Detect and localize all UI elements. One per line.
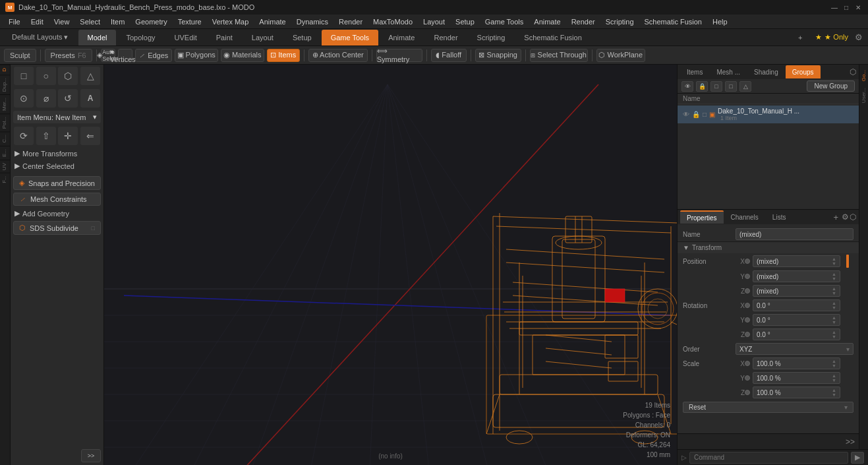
ring-tool[interactable]: ⌀ [36, 89, 56, 108]
scale-z-dot[interactable] [745, 390, 750, 395]
snapping-button[interactable]: ⊠ Snapping [475, 49, 521, 62]
scale-x-arrows[interactable]: ▲ ▼ [832, 359, 836, 368]
scale-x-dot[interactable] [745, 361, 750, 366]
rot-x-arrows[interactable]: ▲ ▼ [832, 301, 836, 310]
left-vtab-f[interactable]: F... [0, 173, 10, 186]
lock-button[interactable]: 🔒 [696, 81, 708, 92]
visibility-button[interactable]: 👁 [681, 81, 693, 92]
menu-select[interactable]: Select [75, 16, 105, 27]
more-transforms[interactable]: ▶ More Transforms [11, 147, 103, 160]
tab-scripting[interactable]: Scripting [468, 30, 515, 46]
maximize-button[interactable]: □ [842, 3, 851, 12]
scale-z-arrows[interactable]: ▲ ▼ [832, 388, 836, 397]
layer-btn2[interactable]: □ [725, 81, 737, 92]
presets-button[interactable]: Presets F6 [45, 49, 92, 62]
move-transform[interactable]: ✛ [58, 127, 78, 145]
pos-y-dot[interactable] [745, 274, 750, 279]
menu-setup[interactable]: Setup [451, 16, 479, 27]
polygons-button[interactable]: ▣ Polygons [175, 49, 218, 62]
menu-file[interactable]: File [4, 16, 25, 27]
menu-view[interactable]: View [49, 16, 74, 27]
name-prop-value[interactable]: (mixed) [736, 228, 854, 240]
menu-render2[interactable]: Render [567, 16, 600, 27]
ptab-properties[interactable]: Properties [680, 210, 724, 224]
pos-x-dot[interactable] [745, 259, 750, 264]
ptab-channels[interactable]: Channels [724, 210, 765, 224]
ptab-lists[interactable]: Lists [766, 210, 793, 224]
star-only-toggle[interactable]: ★ ★ Only [815, 33, 848, 42]
tab-schematic[interactable]: Schematic Fusion [515, 30, 591, 46]
scale-transform[interactable]: ⇧ [36, 127, 56, 145]
command-input[interactable] [689, 452, 848, 464]
menu-item[interactable]: Item [106, 16, 129, 27]
center-selected[interactable]: ▶ Center Selected [11, 160, 103, 172]
item-menu-dropdown[interactable]: Item Menu: New Item ▾ [13, 111, 101, 123]
menu-vertex-map[interactable]: Vertex Map [208, 16, 254, 27]
rot-x-value[interactable]: 0.0 ° ▲ ▼ [753, 299, 840, 311]
tab-setup[interactable]: Setup [283, 30, 321, 46]
menu-dynamics[interactable]: Dynamics [292, 16, 333, 27]
left-vtab-pol[interactable]: Pol... [0, 113, 10, 131]
command-exec-button[interactable]: ▶ [851, 452, 864, 464]
cube-tool[interactable]: □ [14, 67, 34, 85]
rtab-shading[interactable]: Shading [747, 65, 785, 78]
sds-subdivide-button[interactable]: ⬡ SDS Subdivide □ [13, 221, 101, 235]
rtab-items[interactable]: Items [680, 65, 709, 78]
mirror-transform[interactable]: ⇐ [80, 127, 100, 145]
props-collapse-button[interactable]: >> [846, 437, 855, 447]
tab-default-layouts[interactable]: Default Layouts ▾ [3, 30, 78, 46]
rs-tab-go[interactable]: Go... [859, 67, 868, 84]
pos-x-value[interactable]: (mixed) ▲ ▼ [753, 255, 840, 267]
item-row-0[interactable]: 👁 🔒 □ ▣ Dake_10_Ton_Manual_H ... 1 Item [678, 106, 859, 123]
rot-z-arrows[interactable]: ▲ ▼ [832, 330, 836, 339]
tab-game-tools[interactable]: Game Tools [322, 30, 379, 46]
tri-tool[interactable]: △ [80, 67, 100, 85]
menu-maxtomodo[interactable]: MaxToModo [368, 16, 417, 27]
action-center-button[interactable]: ⊕ Action Center [308, 49, 368, 62]
reset-button[interactable]: Reset ▾ [683, 402, 854, 413]
tab-topology[interactable]: Topology [117, 30, 164, 46]
left-vtab-d[interactable]: D [0, 65, 10, 75]
scale-x-value[interactable]: 100.0 % ▲ ▼ [753, 357, 840, 369]
order-value[interactable]: XYZ ▾ [736, 343, 854, 355]
left-vtab-e[interactable]: E... [0, 146, 10, 160]
pos-z-dot[interactable] [745, 288, 750, 294]
rtab-mesh[interactable]: Mesh ... [710, 65, 747, 78]
collapse-button[interactable]: >> [81, 449, 101, 462]
viewport[interactable]: Perspective Default Ray GL: Off ⊞ ⌕ □ ✕ … [104, 65, 677, 465]
hex-tool[interactable]: ⬡ [58, 67, 78, 85]
vertices-button[interactable]: ● Vertices 1 [118, 49, 132, 62]
left-vtab-c[interactable]: C... [0, 131, 10, 145]
workplane-button[interactable]: ⬡ WorkPlane [596, 49, 645, 62]
left-vtab-mer[interactable]: Mer... [0, 94, 10, 113]
rtab-groups[interactable]: Groups [786, 65, 821, 78]
close-button[interactable]: ✕ [854, 3, 863, 12]
tab-uvedit[interactable]: UVEdit [165, 30, 206, 46]
layer-btn3[interactable]: △ [739, 81, 751, 92]
minimize-button[interactable]: — [830, 3, 839, 12]
sds-toggle[interactable]: □ [92, 225, 95, 232]
falloff-button[interactable]: ◖ Falloff [431, 49, 467, 62]
new-group-button[interactable]: New Group [807, 80, 855, 92]
sphere-tool[interactable]: ○ [36, 67, 56, 85]
tab-layout[interactable]: Layout [243, 30, 283, 46]
menu-layout[interactable]: Layout [419, 16, 449, 27]
scale-y-arrows[interactable]: ▲ ▼ [832, 373, 836, 383]
props-expand-icon[interactable]: ⬡ [850, 212, 856, 222]
tab-render[interactable]: Render [424, 30, 467, 46]
menu-geometry[interactable]: Geometry [130, 16, 171, 27]
tab-paint[interactable]: Paint [207, 30, 242, 46]
layer-btn1[interactable]: □ [710, 81, 722, 92]
mesh-constraints-button[interactable]: ⟋ Mesh Constraints [13, 193, 101, 206]
add-geometry[interactable]: ▶ Add Geometry [11, 207, 103, 220]
circle-tool[interactable]: ⊙ [14, 89, 34, 108]
expand-right-icon[interactable]: ⬡ [850, 67, 856, 77]
transform-section-header[interactable]: ▼ Transform [678, 241, 859, 253]
menu-texture[interactable]: Texture [173, 16, 206, 27]
menu-schematic[interactable]: Schematic Fusion [640, 16, 707, 27]
menu-game-tools[interactable]: Game Tools [480, 16, 529, 27]
items-button[interactable]: ⊡ Items [267, 49, 300, 62]
rs-tab-user[interactable]: User... [859, 85, 868, 106]
pos-y-arrows[interactable]: ▲ ▼ [832, 272, 836, 281]
tab-animate[interactable]: Animate [379, 30, 424, 46]
